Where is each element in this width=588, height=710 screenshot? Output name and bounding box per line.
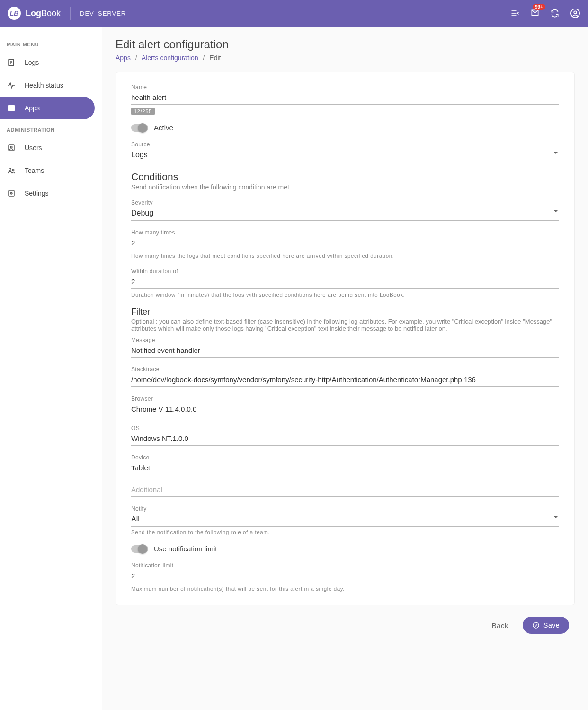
device-input[interactable] (131, 462, 559, 475)
how-many-times-input[interactable] (131, 237, 559, 250)
notification-limit-hint: Maximum number of notification(s) that w… (131, 585, 559, 593)
chevron-down-icon (553, 152, 558, 154)
svg-point-13 (9, 168, 11, 171)
stacktrace-input[interactable] (131, 374, 559, 387)
sidebar-item-label: Teams (25, 167, 44, 174)
sidebar-item-users[interactable]: Users (0, 136, 102, 159)
page-title: Edit alert configuration (116, 38, 575, 51)
active-toggle[interactable] (131, 124, 148, 132)
sidebar-item-label: Health status (25, 81, 63, 89)
filter-description: Optional : you can also define text-base… (131, 318, 559, 332)
brand-logo[interactable]: LB LogBook (8, 7, 71, 20)
conditions-heading: Conditions (131, 171, 559, 182)
sidebar-item-label: Logs (25, 59, 39, 66)
save-button-label: Save (543, 621, 560, 629)
severity-value: Debug (131, 207, 559, 221)
notify-value: All (131, 513, 559, 527)
logs-icon (7, 58, 16, 67)
chevron-down-icon (553, 210, 558, 212)
breadcrumb-apps[interactable]: Apps (116, 54, 131, 62)
svg-point-12 (10, 146, 12, 148)
notifications-icon[interactable]: 99+ (530, 9, 540, 18)
browser-input[interactable] (131, 403, 559, 416)
sidebar-item-apps[interactable]: Apps (0, 97, 95, 119)
chevron-down-icon (553, 516, 558, 518)
os-input[interactable] (131, 432, 559, 446)
sidebar-section-main-menu: MAIN MENU (0, 34, 102, 51)
svg-rect-9 (8, 106, 15, 111)
breadcrumb-alerts-configuration[interactable]: Alerts configuration (142, 54, 198, 62)
sidebar-item-label: Settings (25, 189, 49, 197)
notification-limit-toggle-label: Use notification limit (154, 545, 217, 553)
svg-point-14 (12, 169, 14, 171)
svg-point-17 (533, 622, 539, 628)
how-many-times-label: How many times (131, 229, 559, 236)
name-input[interactable] (131, 91, 559, 105)
name-label: Name (131, 84, 559, 90)
sidebar-item-health-status[interactable]: Health status (0, 74, 102, 97)
duration-input[interactable] (131, 276, 559, 289)
environment-label: DEV_SERVER (80, 10, 126, 17)
duration-hint: Duration window (in minutes) that the lo… (131, 291, 559, 298)
message-input[interactable] (131, 344, 559, 358)
os-label: OS (131, 425, 559, 431)
form-card: Name 12/255 Active Source Logs Condition… (116, 72, 575, 605)
source-value: Logs (131, 149, 559, 162)
sidebar-item-logs[interactable]: Logs (0, 51, 102, 74)
form-actions: Back Save (116, 605, 575, 634)
svg-rect-15 (9, 190, 14, 196)
source-select[interactable]: Logs (131, 149, 559, 162)
duration-label: Within duration of (131, 268, 559, 275)
severity-label: Severity (131, 199, 559, 206)
settings-icon (7, 189, 16, 198)
notify-hint: Send the notification to the following r… (131, 529, 559, 536)
apps-icon (7, 103, 16, 113)
svg-point-4 (574, 11, 577, 14)
sidebar-item-settings[interactable]: Settings (0, 182, 102, 205)
sidebar-section-administration: ADMINISTRATION (0, 119, 102, 136)
svg-point-16 (11, 193, 12, 194)
breadcrumb: Apps / Alerts configuration / Edit (116, 54, 575, 62)
heartbeat-icon (7, 81, 16, 90)
active-toggle-label: Active (154, 124, 173, 132)
notification-limit-toggle[interactable] (131, 545, 148, 553)
save-button[interactable]: Save (523, 617, 569, 634)
notification-limit-label: Notification limit (131, 562, 559, 569)
sidebar-item-label: Users (25, 144, 42, 152)
notify-label: Notify (131, 505, 559, 512)
collapse-menu-icon[interactable] (510, 9, 520, 18)
check-circle-icon (532, 621, 540, 629)
additional-input[interactable] (131, 484, 559, 497)
char-counter: 12/255 (131, 108, 155, 115)
source-label: Source (131, 141, 559, 148)
sync-settings-icon[interactable] (550, 9, 560, 18)
stacktrace-label: Stacktrace (131, 366, 559, 373)
how-many-times-hint: How many times the logs that meet condit… (131, 252, 559, 260)
notification-limit-input[interactable] (131, 570, 559, 583)
notification-badge: 99+ (533, 4, 545, 10)
sidebar-item-label: Apps (25, 104, 40, 112)
sidebar-item-teams[interactable]: Teams (0, 159, 102, 182)
topbar: LB LogBook DEV_SERVER 99+ (0, 0, 588, 27)
notify-select[interactable]: All (131, 513, 559, 527)
user-icon (7, 143, 16, 153)
device-label: Device (131, 454, 559, 461)
breadcrumb-current: Edit (209, 54, 221, 62)
profile-icon[interactable] (570, 8, 580, 18)
severity-select[interactable]: Debug (131, 207, 559, 221)
brand-text: LogBook (26, 9, 61, 18)
back-button[interactable]: Back (492, 621, 508, 629)
brand-badge: LB (8, 7, 21, 20)
team-icon (7, 166, 16, 175)
browser-label: Browser (131, 395, 559, 402)
filter-heading: Filter (131, 307, 559, 317)
main-content: Edit alert configuration Apps / Alerts c… (102, 27, 588, 710)
sidebar: MAIN MENU Logs Health status Apps ADMINI… (0, 27, 102, 710)
conditions-subtext: Send notification when the following con… (131, 183, 559, 191)
message-label: Message (131, 337, 559, 343)
